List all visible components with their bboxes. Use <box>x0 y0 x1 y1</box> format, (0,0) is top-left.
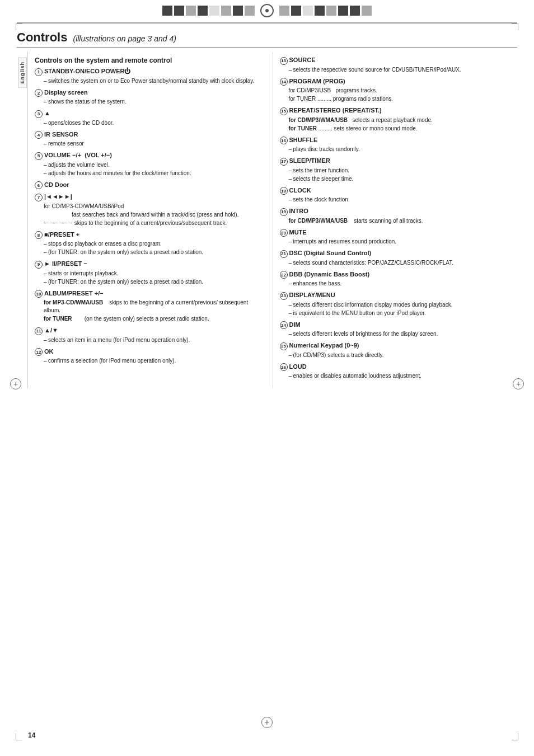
section-heading: Controls on the system and remote contro… <box>35 57 266 64</box>
ctrl-desc-20: interrupts and resumes sound production. <box>289 238 511 246</box>
sq10 <box>291 6 301 16</box>
page-title: Controls (illustrations on page 3 and 4) <box>17 30 517 48</box>
ctrl-desc-2: shows the status of the system. <box>44 98 266 106</box>
control-item-25: 25 Numerical Keypad (0~9) (for CD/MP3) s… <box>280 342 511 359</box>
num-9: 9 <box>35 261 43 269</box>
control-item-8: 8 ■/PRESET + stops disc playback or eras… <box>35 231 266 257</box>
control-item-24: 24 DIM selects different levels of brigh… <box>280 321 511 339</box>
ctrl-title-12: OK <box>44 348 54 355</box>
control-item-3: 3 ▲ opens/closes the CD door. <box>35 110 266 127</box>
control-item-26: 26 LOUD enables or disables automatic lo… <box>280 363 511 381</box>
ctrl-desc-10: for MP3-CD/WMA/USB skips to the beginnin… <box>44 299 266 323</box>
page-number: 14 <box>28 731 35 739</box>
num-13: 13 <box>280 57 288 65</box>
control-item-15: 15 REPEAT/STEREO (REPEAT/ST.) for CD/MP3… <box>280 107 511 133</box>
ctrl-title-8: ■/PRESET + <box>44 231 79 238</box>
ctrl-title-5: VOLUME −/+ (VOL +/−) <box>44 152 112 158</box>
control-item-11: 11 ▲/▼ selects an item in a menu (for iP… <box>35 327 266 344</box>
control-item-17: 17 SLEEP/TIMER sets the timer function. … <box>280 157 511 183</box>
sq8 <box>245 6 255 16</box>
sidebar-tab: English <box>17 52 28 388</box>
ctrl-title-1: STANDBY-ON/ECO POWER⏻ <box>44 68 130 74</box>
num-16: 16 <box>280 137 288 144</box>
sq2 <box>174 6 184 16</box>
control-item-19: 19 INTRO for CD/MP3/WMA/USB starts scann… <box>280 208 511 225</box>
ctrl-desc-7: for CD/MP3-CD/WMA/USB/iPod fast searches… <box>44 203 266 227</box>
ctrl-title-11: ▲/▼ <box>44 327 58 334</box>
control-item-23: 23 DISPLAY/MENU selects different disc i… <box>280 292 511 317</box>
ctrl-title-19: INTRO <box>289 208 308 214</box>
ctrl-desc-21: selects sound characteristics: POP/JAZZ/… <box>289 259 511 267</box>
ctrl-desc-13: selects the respective sound source for … <box>289 66 511 74</box>
num-5: 5 <box>35 152 43 160</box>
corner-mark-tr <box>512 24 518 30</box>
num-17: 17 <box>280 158 288 166</box>
sq14 <box>338 6 348 16</box>
ctrl-title-13: SOURCE <box>289 57 316 63</box>
sq9 <box>279 6 289 16</box>
num-14: 14 <box>280 78 288 86</box>
title-main: Controls <box>17 30 67 44</box>
ctrl-title-20: MUTE <box>289 229 307 236</box>
ctrl-title-24: DIM <box>289 321 301 328</box>
ctrl-title-18: CLOCK <box>289 187 311 194</box>
main-content: Controls on the system and remote contro… <box>28 52 517 388</box>
num-20: 20 <box>280 229 288 237</box>
ctrl-title-16: SHUFFLE <box>289 137 318 143</box>
ctrl-desc-18: sets the clock function. <box>289 196 511 204</box>
num-25: 25 <box>280 342 288 350</box>
corner-mark-bl <box>16 734 22 740</box>
control-item-21: 21 DSC (Digital Sound Control) selects s… <box>280 250 511 267</box>
num-12: 12 <box>35 348 43 356</box>
sidebar-label: English <box>18 58 27 88</box>
num-2: 2 <box>35 89 43 97</box>
ctrl-desc-24: selects different levels of brightness f… <box>289 330 511 338</box>
ctrl-title-15: REPEAT/STEREO (REPEAT/ST.) <box>289 107 382 114</box>
num-19: 19 <box>280 208 288 216</box>
ctrl-desc-8: stops disc playback or erases a disc pro… <box>44 240 266 256</box>
control-item-22: 22 DBB (Dynamic Bass Boost) enhances the… <box>280 271 511 288</box>
ctrl-desc-17: sets the timer function. selects the sle… <box>289 167 511 183</box>
num-6: 6 <box>35 181 43 189</box>
ctrl-desc-1: switches the system on or to Eco Power s… <box>44 77 266 85</box>
sq13 <box>326 6 336 16</box>
header-center-icon <box>260 4 274 17</box>
ctrl-desc-5: adjusts the volume level. adjusts the ho… <box>44 161 266 177</box>
num-22: 22 <box>280 271 288 279</box>
header-left-squares <box>162 6 255 16</box>
left-crosshair: + <box>10 378 21 389</box>
num-1: 1 <box>35 68 43 76</box>
corner-mark-tl <box>16 24 22 30</box>
control-item-5: 5 VOLUME −/+ (VOL +/−) adjusts the volum… <box>35 152 266 177</box>
page-layout: English Controls on the system and remot… <box>17 52 517 388</box>
ctrl-title-9: ► II/PRESET − <box>44 260 87 267</box>
ctrl-title-14: PROGRAM (PROG) <box>289 78 345 84</box>
sq12 <box>315 6 325 16</box>
right-crosshair: + <box>513 378 524 389</box>
ctrl-desc-3: opens/closes the CD door. <box>44 119 266 127</box>
bottom-crosshair-circle <box>261 717 273 728</box>
num-10: 10 <box>35 290 43 298</box>
num-26: 26 <box>280 363 288 371</box>
control-item-9: 9 ► II/PRESET − starts or interrupts pla… <box>35 260 266 286</box>
control-item-13: 13 SOURCE selects the respective sound s… <box>280 57 511 74</box>
num-18: 18 <box>280 187 288 195</box>
control-item-4: 4 IR SENSOR remote sensor <box>35 131 266 148</box>
bottom-crosshair <box>261 717 273 728</box>
control-item-1: 1 STANDBY-ON/ECO POWER⏻ switches the sys… <box>35 68 266 85</box>
control-item-12: 12 OK confirms a selection (for iPod men… <box>35 348 266 365</box>
corner-mark-br <box>512 734 518 740</box>
ctrl-title-4: IR SENSOR <box>44 131 78 138</box>
ctrl-desc-14: for CD/MP3/USB programs tracks. for TUNE… <box>289 87 511 103</box>
control-num-title-1: 1 STANDBY-ON/ECO POWER⏻ <box>35 68 266 76</box>
title-sub: (illustrations on page 3 and 4) <box>73 34 176 43</box>
sq5 <box>209 6 219 16</box>
control-item-18: 18 CLOCK sets the clock function. <box>280 187 511 204</box>
sq1 <box>162 6 172 16</box>
right-column: 13 SOURCE selects the respective sound s… <box>273 52 518 388</box>
ctrl-desc-9: starts or interrupts playback. (for TUNE… <box>44 270 266 286</box>
ctrl-desc-23: selects different disc information displ… <box>289 301 511 317</box>
sq3 <box>186 6 196 16</box>
ctrl-desc-16: plays disc tracks randomly. <box>289 145 511 153</box>
ctrl-title-21: DSC (Digital Sound Control) <box>289 250 372 256</box>
